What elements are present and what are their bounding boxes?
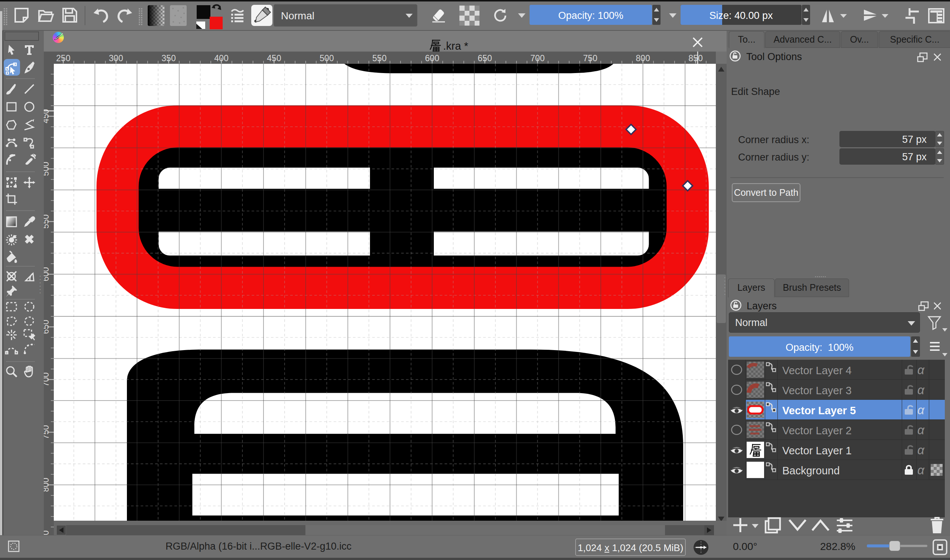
svg-text:750: 750 <box>583 54 597 63</box>
svg-text:650: 650 <box>478 54 492 63</box>
svg-text:800: 800 <box>636 54 650 63</box>
svg-text:500: 500 <box>319 54 334 63</box>
svg-text:850: 850 <box>688 54 702 63</box>
svg-text:700: 700 <box>530 54 544 63</box>
svg-text:450: 450 <box>267 54 281 63</box>
svg-text:350: 350 <box>162 54 176 63</box>
svg-text:300: 300 <box>109 54 123 63</box>
svg-text:550: 550 <box>372 54 386 63</box>
svg-text:250: 250 <box>56 54 70 63</box>
svg-text:400: 400 <box>214 54 228 63</box>
svg-text:600: 600 <box>425 54 439 63</box>
